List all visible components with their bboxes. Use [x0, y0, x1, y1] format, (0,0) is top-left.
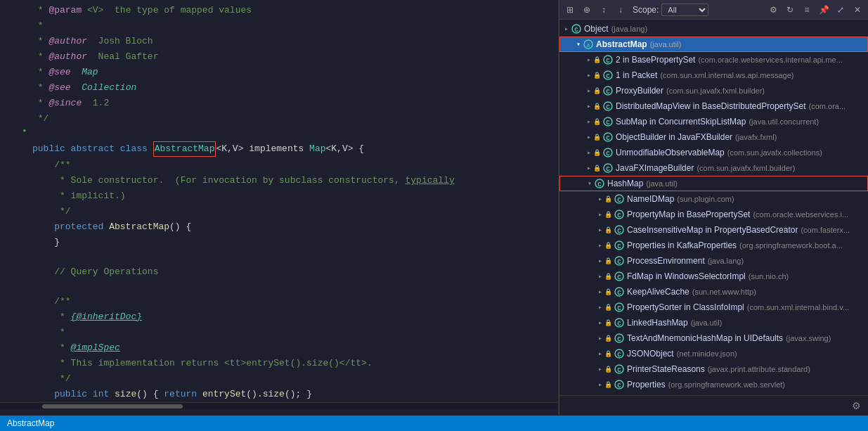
- lock-icon: 🔒: [593, 56, 601, 64]
- item-name: PropertyMap in BasePropertySet: [627, 210, 750, 219]
- item-name: Object: [584, 24, 609, 34]
- code-line: * {@inheritDoc}: [0, 309, 558, 325]
- class-icon: C: [614, 333, 625, 344]
- horizontal-scrollbar[interactable]: [0, 402, 558, 409]
- expand-all-button[interactable]: ⊞: [562, 2, 578, 18]
- svg-text:C: C: [597, 181, 602, 188]
- svg-text:C: C: [606, 73, 610, 80]
- svg-text:C: C: [617, 243, 621, 250]
- expand-arrow[interactable]: ▸: [585, 133, 593, 141]
- expand-arrow[interactable]: ▸: [562, 25, 571, 33]
- lock-icon: 🔒: [604, 273, 612, 281]
- line-text: *: [30, 19, 44, 33]
- sort-button[interactable]: ↕: [596, 2, 611, 18]
- item-package: (javax.swing): [786, 334, 831, 342]
- hierarchy-item-distributedmapview[interactable]: ▸ 🔒 C DistributedMapView in BaseDistribu…: [559, 98, 868, 114]
- panel-settings-button[interactable]: ⚙: [848, 398, 864, 413]
- hierarchy-item-objectbuilder[interactable]: ▸ 🔒 C ObjectBuilder in JavaFXBuilder (ja…: [559, 129, 868, 145]
- line-text: * Sole constructor. (For invocation by s…: [30, 174, 455, 188]
- hierarchy-item-textandmnemonichashmap[interactable]: ▸ 🔒 C TextAndMnemonicHashMap in UIDefaul…: [559, 330, 868, 346]
- hierarchy-item-namedmap[interactable]: ▸ 🔒 C NameIDMap (sun.plugin.com): [559, 191, 868, 207]
- expand-arrow[interactable]: ▸: [596, 241, 604, 250]
- expand-arrow[interactable]: ▾: [585, 179, 594, 188]
- hierarchy-item-properties-kafka[interactable]: ▸ 🔒 C Properties in KafkaProperties (org…: [559, 238, 868, 253]
- external-button[interactable]: ⤢: [833, 2, 848, 18]
- hierarchy-item-processenvironment[interactable]: ▸ 🔒 C ProcessEnvironment (java.lang): [559, 253, 868, 269]
- refresh-button[interactable]: ↻: [782, 2, 798, 18]
- svg-text:C: C: [617, 228, 621, 235]
- hierarchy-item-object[interactable]: ▸ C Object (java.lang): [559, 21, 868, 37]
- code-line: * @author Neal Gafter: [0, 49, 558, 65]
- code-line: // Query Operations: [0, 264, 558, 280]
- item-name: HashMap: [607, 179, 643, 188]
- hierarchy-item-proxybuilder[interactable]: ▸ 🔒 C ProxyBuilder (com.sun.javafx.fxml.…: [559, 83, 868, 98]
- expand-arrow[interactable]: ▾: [574, 40, 583, 49]
- expand-arrow[interactable]: ▸: [585, 102, 593, 110]
- lock-icon: 🔒: [593, 72, 601, 79]
- toggle-button[interactable]: ≡: [799, 2, 815, 18]
- expand-arrow[interactable]: ▸: [596, 303, 604, 311]
- hierarchy-item-2-base[interactable]: ▸ 🔒 C 2 in BasePropertySet (com.oracle.w…: [559, 52, 868, 67]
- expand-arrow[interactable]: ▸: [585, 71, 593, 79]
- class-icon: C: [602, 116, 614, 127]
- expand-arrow[interactable]: ▸: [585, 148, 593, 157]
- sort-alpha-button[interactable]: ↓: [613, 2, 628, 18]
- hierarchy-item-unmodifiable[interactable]: ▸ 🔒 C UnmodifiableObservableMap (com.sun…: [559, 145, 868, 160]
- hierarchy-item-fdmap[interactable]: ▸ 🔒 C FdMap in WindowsSelectorImpl (sun.…: [559, 269, 868, 284]
- line-text: public int size() { return entrySet().si…: [30, 387, 312, 401]
- expand-arrow[interactable]: ▸: [596, 380, 604, 389]
- expand-arrow[interactable]: ▸: [596, 272, 604, 281]
- expand-arrow[interactable]: ▸: [596, 365, 604, 373]
- line-text: * {@inheritDoc}: [30, 310, 142, 324]
- svg-text:C: C: [606, 135, 610, 142]
- expand-arrow[interactable]: ▸: [596, 210, 604, 219]
- lock-icon: 🔒: [604, 350, 612, 358]
- svg-text:C: C: [617, 352, 621, 359]
- line-text: protected AbstractMap() {: [30, 220, 191, 234]
- hierarchy-list[interactable]: ▸ C Object (java.lang) ▾ A AbstractMap (…: [559, 20, 868, 395]
- item-name: TextAndMnemonicHashMap in UIDefaults: [627, 333, 783, 343]
- hierarchy-item-abstractmap[interactable]: ▾ A AbstractMap (java.util): [559, 37, 868, 52]
- pin-button[interactable]: 📌: [816, 2, 831, 18]
- hierarchy-item-keepalivecache[interactable]: ▸ 🔒 C KeepAliveCache (sun.net.www.http): [559, 284, 868, 300]
- hierarchy-item-submap[interactable]: ▸ 🔒 C SubMap in ConcurrentSkipListMap (j…: [559, 114, 868, 129]
- class-icon: C: [614, 209, 625, 220]
- expand-arrow[interactable]: ▸: [585, 164, 593, 172]
- expand-arrow[interactable]: ▸: [596, 195, 604, 203]
- hierarchy-item-linkedhashmap[interactable]: ▸ 🔒 C LinkedHashMap (java.util): [559, 315, 868, 330]
- hierarchy-item-propertymap-base[interactable]: ▸ 🔒 C PropertyMap in BasePropertySet (co…: [559, 207, 868, 222]
- expand-arrow[interactable]: ▸: [585, 56, 593, 64]
- expand-arrow[interactable]: ▸: [585, 86, 593, 95]
- expand-arrow[interactable]: ▸: [596, 334, 604, 342]
- lock-icon: 🔒: [604, 257, 612, 265]
- svg-text:C: C: [606, 120, 610, 127]
- hierarchy-item-properties-web[interactable]: ▸ 🔒 C Properties (org.springframework.we…: [559, 377, 868, 392]
- hierarchy-item-javafximagebuilder[interactable]: ▸ 🔒 C JavaFXImageBuilder (com.sun.javafx…: [559, 160, 868, 176]
- expand-arrow[interactable]: ▸: [596, 288, 604, 296]
- expand-arrow[interactable]: ▸: [596, 226, 604, 234]
- expand-arrow[interactable]: ▸: [596, 319, 604, 327]
- close-button[interactable]: ✕: [850, 2, 865, 18]
- expand-arrow[interactable]: ▸: [596, 349, 604, 358]
- hierarchy-item-caseinsensitive[interactable]: ▸ 🔒 C CaseInsensitiveMap in PropertyBase…: [559, 222, 868, 238]
- item-name: Properties: [627, 380, 666, 390]
- expand-arrow[interactable]: ▸: [596, 257, 604, 265]
- lock-icon: 🔒: [604, 211, 612, 219]
- item-name: NameIDMap: [627, 194, 674, 204]
- code-line: *: [0, 18, 558, 34]
- class-icon: C: [602, 101, 614, 112]
- line-text: * @author Neal Gafter: [30, 50, 158, 64]
- hierarchy-item-printerstatereason[interactable]: ▸ 🔒 C PrinterStateReasons (javax.print.a…: [559, 361, 868, 377]
- item-name: FdMap in WindowsSelectorImpl: [627, 271, 746, 281]
- scope-select[interactable]: All Project Module: [661, 4, 708, 16]
- class-icon: C: [594, 178, 605, 189]
- line-text: */: [30, 112, 48, 126]
- settings-button[interactable]: ⚙: [765, 2, 781, 18]
- hierarchy-item-hashmap[interactable]: ▾ C HashMap (java.util): [559, 176, 868, 191]
- hierarchy-item-propertysorter[interactable]: ▸ 🔒 C PropertySorter in ClassInfoImpl (c…: [559, 300, 868, 315]
- code-line: protected AbstractMap() {: [0, 219, 558, 235]
- expand-arrow[interactable]: ▸: [585, 117, 593, 126]
- hierarchy-item-jsonobject[interactable]: ▸ 🔒 C JSONObject (net.minidev.json): [559, 346, 868, 361]
- hierarchy-item-1-packet[interactable]: ▸ 🔒 C 1 in Packet (com.sun.xml.internal.…: [559, 67, 868, 83]
- scroll-to-center-button[interactable]: ⊕: [579, 2, 595, 18]
